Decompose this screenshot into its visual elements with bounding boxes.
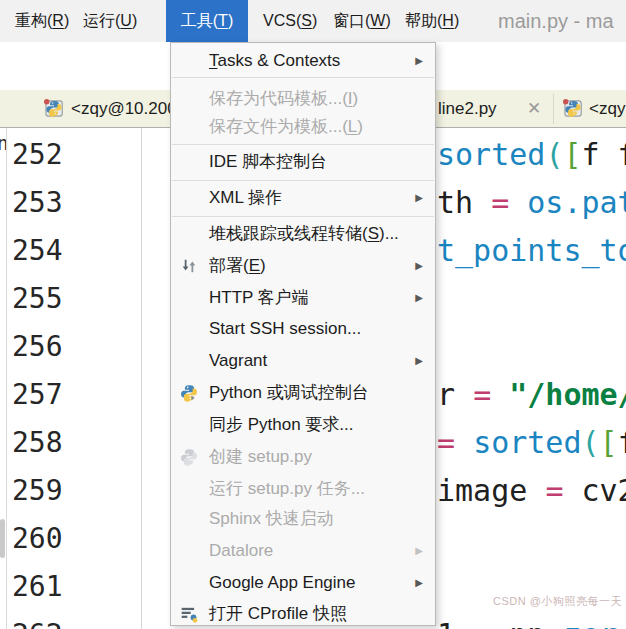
code-line-254: t_points_to (437, 227, 626, 275)
code-token: [ (600, 425, 618, 460)
label-text: VCS( (263, 12, 301, 29)
menu-item-label: Vagrant (209, 346, 267, 376)
tab-remote-console-2[interactable]: <zqy@ (589, 90, 626, 127)
label-text: 运行( (83, 12, 120, 29)
menu-item-label: IDE 脚本控制台 (209, 147, 327, 177)
menu-item-start-ssh-session---[interactable]: Start SSH session... (172, 314, 434, 344)
line-number: 262 (12, 611, 63, 629)
menubar-item-VCSS[interactable]: VCS(S) (263, 0, 317, 42)
panel-divider (6, 128, 7, 629)
line-number: 260 (12, 515, 63, 563)
submenu-arrow-icon: ▶ (415, 183, 423, 213)
code-token (491, 377, 509, 412)
window-title: main.py - ma (498, 0, 614, 42)
code-token: sorted (437, 137, 545, 172)
menu-item-堆栈跟踪或线程转储-s[interactable]: 堆栈跟踪或线程转储(S)... (172, 219, 434, 249)
python-remote-icon (562, 98, 583, 119)
menu-item-同步-python-要求---[interactable]: 同步 Python 要求... (172, 410, 434, 440)
menu-item-label: 部署(E) (209, 251, 266, 281)
menu-item-label: XML 操作 (209, 183, 282, 213)
menu-item-保存文件为模板----l: 保存文件为模板...(L) (172, 112, 434, 142)
close-icon[interactable]: ✕ (527, 90, 541, 127)
code-token: f (618, 425, 626, 460)
menu-item-label: HTTP 客户端 (209, 283, 309, 313)
label-text: ) (353, 89, 359, 108)
python-console-icon (180, 384, 198, 402)
menu-item-label: 运行 setup.py 任务... (209, 474, 365, 504)
code-token: image (437, 473, 545, 508)
menu-item-datalore: Datalore▶ (172, 536, 434, 566)
menu-item-创建-setup-py: 创建 setup.py (172, 442, 434, 472)
menu-item-t[interactable]: Tasks & Contexts▶ (172, 46, 434, 76)
code-token: = (473, 377, 491, 412)
menu-item-http-客户端[interactable]: HTTP 客户端▶ (172, 283, 434, 313)
menu-separator (172, 144, 434, 145)
menu-bar: 重构(R)运行(U)工具(T)VCS(S)窗口(W)帮助(H)main.py -… (0, 0, 626, 43)
menubar-item-运行U[interactable]: 运行(U) (83, 0, 137, 42)
line-number: 258 (12, 419, 63, 467)
tab-remote-console-1[interactable]: <zqy@10.200 (71, 90, 177, 127)
menu-item-运行-setup-py-任务---: 运行 setup.py 任务... (172, 474, 434, 504)
pycharm-window: 重构(R)运行(U)工具(T)VCS(S)窗口(W)帮助(H)main.py -… (0, 0, 626, 629)
menu-item-sphinx-快速启动: Sphinx 快速启动 (172, 504, 434, 534)
label-text: ) (312, 12, 317, 29)
code-token: f fo (582, 137, 626, 172)
label-text: 工具( (181, 12, 218, 29)
code-token (491, 617, 509, 629)
line-number: 252 (12, 131, 63, 179)
menu-separator (172, 180, 434, 181)
label-text: E (249, 256, 260, 275)
code-line-253: th = os.path (437, 179, 626, 227)
code-line-262: 1 = np.zer (437, 611, 618, 629)
clipped-panel-text: n (0, 132, 8, 154)
code-line-257: r = "/home/z (437, 371, 626, 419)
menu-item-部署-e[interactable]: 部署(E)▶ (172, 251, 434, 281)
gutter-divider (141, 128, 142, 629)
code-token: r (437, 377, 473, 412)
code-token: sorted (473, 425, 581, 460)
scrollbar-thumb[interactable] (0, 519, 5, 558)
code-token (455, 425, 473, 460)
deploy-icon (180, 257, 198, 275)
label-text: 保存为代码模板...( (209, 89, 348, 108)
menu-item-python-或调试控制台[interactable]: Python 或调试控制台 (172, 378, 434, 408)
menubar-item-工具T[interactable]: 工具(T) (166, 0, 248, 42)
line-number: 259 (12, 467, 63, 515)
code-line-258: = sorted([f (437, 419, 626, 467)
menu-item-vagrant[interactable]: Vagrant▶ (172, 346, 434, 376)
label-text: S (301, 12, 312, 29)
code-line-259: image = cv2 (437, 467, 626, 515)
line-number: 254 (12, 227, 63, 275)
code-token: "/home/z (509, 377, 626, 412)
label-text: Google App Engine (209, 573, 356, 592)
menubar-item-帮助H[interactable]: 帮助(H) (405, 0, 459, 42)
label-text: T (209, 51, 218, 70)
tab-line2-py[interactable]: line2.py (438, 90, 497, 127)
menu-item-ide-脚本控制台[interactable]: IDE 脚本控制台 (172, 147, 434, 177)
menu-separator (172, 77, 434, 78)
label-text: T (218, 12, 228, 29)
menu-item-label: 同步 Python 要求... (209, 410, 354, 440)
label-text: 部署( (209, 256, 249, 275)
code-token: = (437, 425, 455, 460)
code-token: os.path (527, 185, 626, 220)
code-token (509, 185, 527, 220)
submenu-arrow-icon: ▶ (415, 346, 423, 376)
label-text: 堆栈跟踪或线程转储( (209, 224, 368, 243)
label-text: 保存文件为模板...( (209, 117, 348, 136)
label-text: W (370, 12, 385, 29)
menu-item-label: 保存为代码模板...(I) (209, 84, 358, 114)
label-text: 窗口( (333, 12, 370, 29)
menu-item-label: 保存文件为模板...(L) (209, 112, 363, 142)
tools-menu-popup: Tasks & Contexts▶保存为代码模板...(I)保存文件为模板...… (170, 42, 436, 626)
menubar-item-窗口W[interactable]: 窗口(W) (333, 0, 391, 42)
label-text: ) (454, 12, 459, 29)
label-text: ) (357, 117, 363, 136)
code-line-252: sorted([f fo (437, 131, 626, 179)
code-token (563, 473, 581, 508)
label-text: ) (385, 12, 390, 29)
menubar-item-重构R[interactable]: 重构(R) (15, 0, 69, 42)
label-text: Start SSH session... (209, 319, 361, 338)
label-text: 帮助( (405, 12, 442, 29)
menu-item-xml-操作[interactable]: XML 操作▶ (172, 183, 434, 213)
